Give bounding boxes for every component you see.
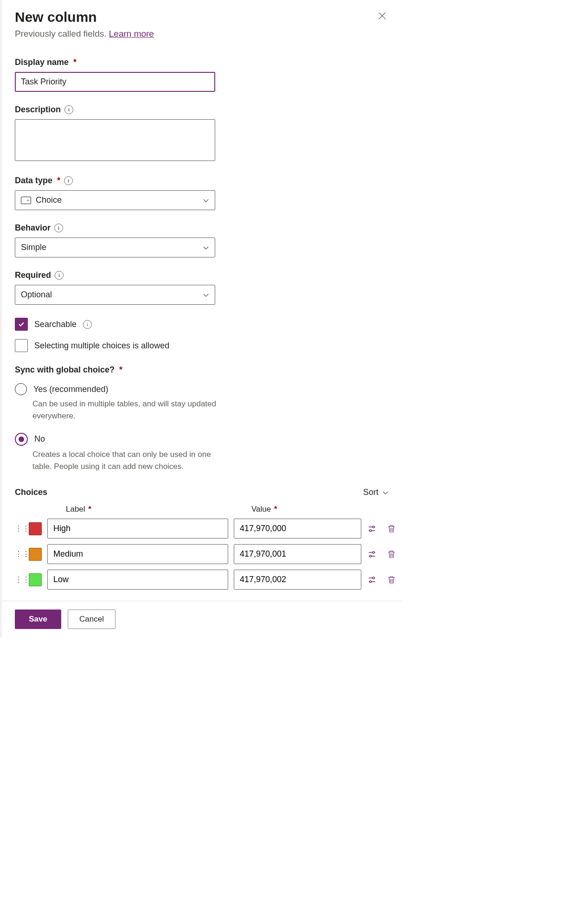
sync-yes-label: Yes (recommended) [33, 385, 108, 394]
svg-point-2 [372, 552, 374, 553]
searchable-checkbox[interactable] [15, 318, 28, 331]
sync-question-label: Sync with global choice? [15, 365, 115, 375]
sync-no-radio[interactable] [15, 433, 28, 446]
col-label-header: Label [66, 505, 85, 513]
required-select[interactable]: Optional [15, 285, 215, 305]
chevron-down-icon [203, 292, 209, 298]
color-swatch[interactable] [29, 522, 42, 535]
choice-label-input[interactable] [47, 544, 228, 564]
info-icon[interactable]: i [54, 224, 63, 232]
delete-icon[interactable] [386, 549, 397, 559]
info-icon[interactable]: i [83, 320, 92, 329]
learn-more-link[interactable]: Learn more [109, 29, 154, 38]
required-asterisk: * [57, 176, 60, 186]
svg-point-4 [372, 577, 374, 579]
settings-icon[interactable] [367, 524, 377, 534]
multi-select-label: Selecting multiple choices is allowed [34, 341, 169, 351]
settings-icon[interactable] [367, 549, 377, 559]
choice-row: ⋮⋮ [15, 544, 389, 564]
subtitle-text: Previously called fields. [15, 29, 109, 38]
data-type-select[interactable]: Choice [15, 190, 215, 210]
behavior-label: Behavior [15, 223, 51, 233]
drag-handle-icon[interactable]: ⋮⋮ [15, 575, 23, 584]
drag-handle-icon[interactable]: ⋮⋮ [15, 550, 23, 558]
info-icon[interactable]: i [64, 105, 73, 114]
delete-icon[interactable] [386, 575, 397, 585]
svg-point-3 [370, 555, 372, 557]
panel-subtitle: Previously called fields. Learn more [15, 29, 389, 39]
choice-value-input[interactable] [234, 519, 361, 539]
cancel-button[interactable]: Cancel [68, 610, 115, 629]
required-asterisk: * [119, 365, 122, 375]
choice-value-input[interactable] [234, 544, 361, 564]
choice-type-icon [21, 197, 31, 204]
panel-footer: Save Cancel [2, 601, 402, 637]
choice-row: ⋮⋮ [15, 570, 389, 590]
sort-label: Sort [363, 488, 378, 497]
sync-no-desc: Creates a local choice that can only be … [32, 449, 218, 473]
drag-handle-icon[interactable]: ⋮⋮ [15, 524, 23, 533]
data-type-value: Choice [36, 195, 62, 205]
panel-title: New column [15, 9, 97, 25]
chevron-down-icon [382, 489, 389, 496]
choice-row: ⋮⋮ [15, 519, 389, 539]
svg-point-5 [370, 581, 372, 583]
info-icon[interactable]: i [64, 176, 73, 185]
delete-icon[interactable] [386, 524, 397, 534]
chevron-down-icon [203, 197, 209, 204]
required-asterisk: * [73, 58, 77, 67]
multi-select-checkbox[interactable] [15, 339, 28, 352]
settings-icon[interactable] [367, 575, 377, 585]
new-column-panel: New column Previously called fields. Lea… [0, 0, 402, 637]
required-label: Required [15, 270, 51, 280]
sync-no-label: No [34, 434, 45, 444]
choices-heading: Choices [15, 488, 47, 497]
behavior-select[interactable]: Simple [15, 237, 215, 257]
save-button[interactable]: Save [15, 610, 61, 629]
close-icon[interactable] [376, 9, 389, 24]
display-name-input[interactable] [15, 72, 215, 92]
description-input[interactable] [15, 119, 215, 161]
col-value-header: Value [251, 505, 271, 513]
info-icon[interactable]: i [55, 271, 64, 280]
svg-point-1 [370, 530, 372, 532]
searchable-label: Searchable [34, 320, 77, 329]
color-swatch[interactable] [29, 573, 42, 586]
sync-yes-radio[interactable] [15, 383, 27, 395]
color-swatch[interactable] [29, 548, 42, 561]
description-label: Description [15, 105, 61, 115]
choices-table: Label * Value * ⋮⋮ ⋮⋮ ⋮⋮ [15, 505, 389, 590]
choice-value-input[interactable] [234, 570, 361, 590]
sync-yes-desc: Can be used in multiple tables, and will… [32, 398, 218, 423]
behavior-value: Simple [21, 243, 46, 252]
choice-label-input[interactable] [47, 570, 228, 590]
required-value: Optional [21, 290, 52, 300]
svg-point-0 [372, 526, 374, 528]
chevron-down-icon [203, 244, 209, 251]
data-type-label: Data type [15, 176, 52, 186]
sort-button[interactable]: Sort [363, 488, 389, 497]
display-name-label: Display name [15, 58, 69, 67]
choice-label-input[interactable] [47, 519, 228, 539]
